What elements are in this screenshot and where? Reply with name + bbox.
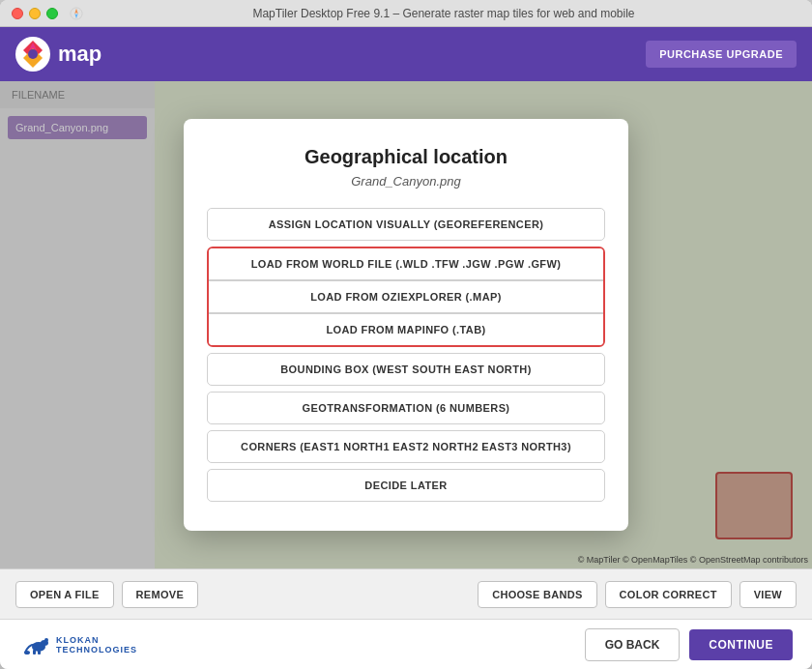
window-title: MapTiler Desktop Free 9.1 – Generate ras… (87, 7, 800, 20)
title-bar: MapTiler Desktop Free 9.1 – Generate ras… (0, 0, 812, 27)
geotransformation-button[interactable]: GEOTRANSFORMATION (6 NUMBERS) (207, 392, 605, 424)
go-back-button[interactable]: GO BACK (585, 628, 681, 661)
close-button[interactable] (12, 8, 23, 19)
decide-later-button[interactable]: DECIDE LATER (207, 469, 605, 502)
footer-logo: KLOKAN TECHNOLOGIES (19, 633, 137, 656)
minimize-button[interactable] (29, 8, 41, 19)
logo-area: map (15, 37, 102, 72)
app-logo-icon (15, 37, 50, 72)
main-area: FILENAME COORDINATE SYSTEM Grand_Canyon.… (0, 81, 812, 568)
svg-rect-13 (38, 651, 41, 654)
load-mapinfo-button[interactable]: LOAD FROM MAPINFO (.TAB) (209, 313, 603, 345)
modal-title: Geographical location (207, 146, 605, 168)
maptiler-icon (70, 7, 83, 20)
open-file-button[interactable]: OPEN A FILE (15, 581, 114, 608)
purchase-upgrade-button[interactable]: PURCHASE UPGRADE (646, 41, 797, 68)
load-world-file-button[interactable]: LOAD FROM WORLD FILE (.WLD .TFW .JGW .PG… (209, 248, 603, 280)
company-name-line1: KLOKAN (56, 635, 137, 645)
maximize-button[interactable] (46, 8, 58, 19)
assign-visually-button[interactable]: ASSIGN LOCATION VISUALLY (GEOREFERENCER) (207, 208, 605, 241)
remove-button[interactable]: REMOVE (122, 581, 198, 608)
modal-overlay: Geographical location Grand_Canyon.png A… (0, 81, 812, 568)
choose-bands-button[interactable]: CHOOSE BANDS (478, 581, 596, 608)
bottom-toolbar: OPEN A FILE REMOVE CHOOSE BANDS COLOR CO… (0, 568, 812, 619)
color-correct-button[interactable]: COLOR CORRECT (605, 581, 732, 608)
load-oziexplorer-button[interactable]: LOAD FROM OZIEXPLORER (.MAP) (209, 280, 603, 313)
kangaroo-icon (19, 633, 50, 656)
svg-point-11 (44, 638, 48, 642)
traffic-lights (12, 8, 58, 19)
modal-subtitle: Grand_Canyon.png (207, 174, 605, 189)
company-name-line2: TECHNOLOGIES (56, 645, 137, 654)
load-file-group: LOAD FROM WORLD FILE (.WLD .TFW .JGW .PG… (207, 247, 605, 347)
footer: KLOKAN TECHNOLOGIES GO BACK CONTINUE (0, 619, 812, 669)
continue-button[interactable]: CONTINUE (689, 629, 793, 660)
svg-point-14 (24, 651, 30, 654)
app-content: map PURCHASE UPGRADE FILENAME COORDINATE… (0, 27, 812, 619)
application-window: MapTiler Desktop Free 9.1 – Generate ras… (0, 0, 812, 669)
svg-rect-12 (33, 650, 36, 654)
geographical-location-modal: Geographical location Grand_Canyon.png A… (184, 119, 628, 531)
bounding-box-button[interactable]: BOUNDING BOX (WEST SOUTH EAST NORTH) (207, 353, 605, 386)
corners-button[interactable]: CORNERS (EAST1 NORTH1 EAST2 NORTH2 EAST3… (207, 430, 605, 463)
app-header: map PURCHASE UPGRADE (0, 27, 812, 81)
svg-point-7 (28, 49, 38, 59)
view-button[interactable]: VIEW (740, 581, 797, 608)
logo-text: map (58, 42, 102, 67)
